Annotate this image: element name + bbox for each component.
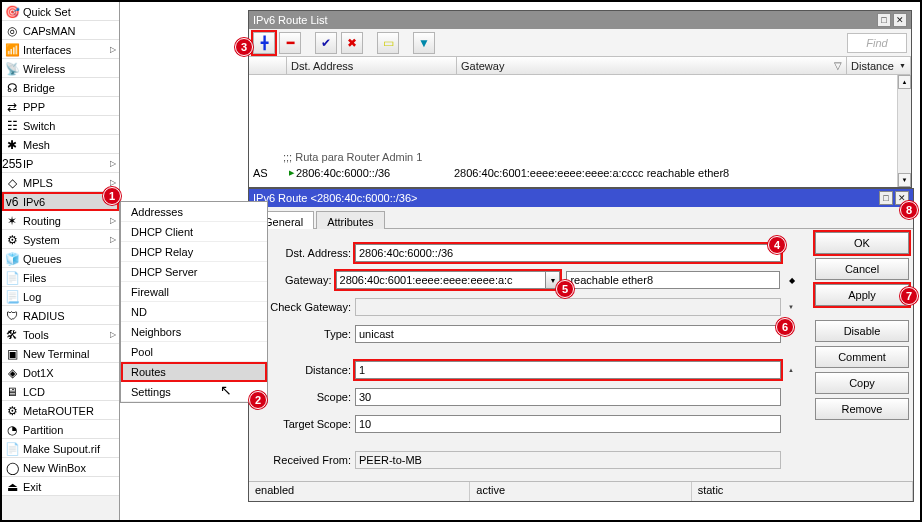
sidebar-item-label: MetaROUTER <box>23 405 94 417</box>
target-scope-input[interactable]: 10 <box>355 415 781 433</box>
type-input[interactable]: unicast <box>355 325 781 343</box>
col-flags[interactable] <box>249 57 287 74</box>
sidebar-item-switch[interactable]: ☷Switch <box>2 116 119 135</box>
disable-button[interactable]: Disable <box>815 320 909 342</box>
sidebar-item-partition[interactable]: ◔Partition <box>2 420 119 439</box>
route-detail-title: IPv6 Route <2806:40c:6000::/36> <box>253 192 418 204</box>
maximize-icon[interactable]: □ <box>877 13 891 27</box>
sidebar-item-ip[interactable]: 255IP▷ <box>2 154 119 173</box>
disable-button[interactable]: ✖ <box>341 32 363 54</box>
ipv6-icon: v6 <box>5 195 19 209</box>
dropdown-arrow-icon[interactable]: ▼ <box>785 303 797 311</box>
spin-up-icon[interactable]: ▲ <box>785 366 797 374</box>
maximize-icon[interactable]: □ <box>879 191 893 205</box>
copy-button[interactable]: Copy <box>815 372 909 394</box>
dot1x-icon: ◈ <box>5 366 19 380</box>
sidebar-item-label: Tools <box>23 329 49 341</box>
sidebar-item-label: RADIUS <box>23 310 65 322</box>
submenu-item-firewall[interactable]: Firewall <box>121 282 267 302</box>
distance-input[interactable]: 1 <box>355 361 781 379</box>
find-input[interactable]: Find <box>847 33 907 53</box>
scroll-down-icon[interactable]: ▼ <box>898 173 911 187</box>
submenu-item-nd[interactable]: ND <box>121 302 267 322</box>
tab-attributes[interactable]: Attributes <box>316 211 384 229</box>
sidebar-item-radius[interactable]: 🛡RADIUS <box>2 306 119 325</box>
gateway-add-icon[interactable]: ◆ <box>784 271 799 289</box>
route-detail-window: IPv6 Route <2806:40c:6000::/36> □ ✕ Gene… <box>248 188 914 502</box>
submenu-item-dhcp-server[interactable]: DHCP Server <box>121 262 267 282</box>
sidebar-item-make-supout-rif[interactable]: 📄Make Supout.rif <box>2 439 119 458</box>
sidebar-item-lcd[interactable]: 🖥LCD <box>2 382 119 401</box>
submenu-item-pool[interactable]: Pool <box>121 342 267 362</box>
switch-icon: ☷ <box>5 119 19 133</box>
scope-input[interactable]: 30 <box>355 388 781 406</box>
col-gateway[interactable]: Gateway▽ <box>457 57 847 74</box>
add-button[interactable]: ╋ <box>253 32 275 54</box>
scroll-up-icon[interactable]: ▲ <box>898 75 911 89</box>
callout-6: 6 <box>776 318 794 336</box>
sidebar-item-metarouter[interactable]: ⚙MetaROUTER <box>2 401 119 420</box>
comment-button[interactable]: Comment <box>815 346 909 368</box>
scrollbar[interactable]: ▲ ▼ <box>897 75 911 187</box>
new-winbox-icon: ◯ <box>5 461 19 475</box>
sidebar-item-capsman[interactable]: ◎CAPsMAN <box>2 21 119 40</box>
remove-button[interactable]: ━ <box>279 32 301 54</box>
route-list-body[interactable]: ;;; Ruta para Router Admin 1 AS ▶ 2806:4… <box>249 75 911 187</box>
sidebar-item-quick-set[interactable]: 🎯Quick Set <box>2 2 119 21</box>
apply-button[interactable]: Apply <box>815 284 909 306</box>
sidebar-item-new-winbox[interactable]: ◯New WinBox <box>2 458 119 477</box>
col-distance[interactable]: Distance▼ <box>847 57 911 74</box>
sidebar-item-bridge[interactable]: ☊Bridge <box>2 78 119 97</box>
submenu-item-dhcp-relay[interactable]: DHCP Relay <box>121 242 267 262</box>
route-list-titlebar[interactable]: IPv6 Route List □ ✕ <box>249 11 911 29</box>
sidebar-item-dot1x[interactable]: ◈Dot1X <box>2 363 119 382</box>
submenu-item-addresses[interactable]: Addresses <box>121 202 267 222</box>
sidebar-item-interfaces[interactable]: 📶Interfaces▷ <box>2 40 119 59</box>
sidebar-item-exit[interactable]: ⏏Exit <box>2 477 119 496</box>
filter-button[interactable]: ▼ <box>413 32 435 54</box>
gateway-input[interactable]: 2806:40c:6001:eeee:eeee:eeee:a:c ▼ <box>336 271 561 289</box>
sidebar-item-wireless[interactable]: 📡Wireless <box>2 59 119 78</box>
enable-button[interactable]: ✔ <box>315 32 337 54</box>
submenu-arrow-icon: ▷ <box>110 235 116 244</box>
sidebar-item-label: IP <box>23 158 33 170</box>
sidebar-item-mpls[interactable]: ◇MPLS▷ <box>2 173 119 192</box>
row-gateway: 2806:40c:6001:eeee:eeee:eeee:a:cccc reac… <box>454 167 901 179</box>
sidebar-item-label: IPv6 <box>23 196 45 208</box>
route-list-toolbar: ╋ ━ ✔ ✖ ▭ ▼ Find <box>249 29 911 57</box>
check-gateway-input[interactable] <box>355 298 781 316</box>
submenu-item-routes[interactable]: Routes <box>121 362 267 382</box>
dst-address-input[interactable]: 2806:40c:6000::/36 <box>355 244 781 262</box>
target-scope-label: Target Scope: <box>249 418 355 430</box>
sidebar-item-ipv6[interactable]: v6IPv6▷ <box>2 192 119 211</box>
sidebar-item-log[interactable]: 📃Log <box>2 287 119 306</box>
sidebar-item-ppp[interactable]: ⇄PPP <box>2 97 119 116</box>
sidebar-item-tools[interactable]: 🛠Tools▷ <box>2 325 119 344</box>
new-terminal-icon: ▣ <box>5 347 19 361</box>
comment-button[interactable]: ▭ <box>377 32 399 54</box>
sidebar-item-routing[interactable]: ✶Routing▷ <box>2 211 119 230</box>
submenu-item-neighbors[interactable]: Neighbors <box>121 322 267 342</box>
queues-icon: 🧊 <box>5 252 19 266</box>
partition-icon: ◔ <box>5 423 19 437</box>
submenu-item-dhcp-client[interactable]: DHCP Client <box>121 222 267 242</box>
sidebar-item-mesh[interactable]: ✱Mesh <box>2 135 119 154</box>
close-icon[interactable]: ✕ <box>893 13 907 27</box>
route-detail-titlebar[interactable]: IPv6 Route <2806:40c:6000::/36> □ ✕ <box>249 189 913 207</box>
detail-statusbar: enabled active static <box>249 481 913 501</box>
sidebar-item-files[interactable]: 📄Files <box>2 268 119 287</box>
submenu-arrow-icon: ▷ <box>110 178 116 187</box>
submenu-item-settings[interactable]: Settings <box>121 382 267 402</box>
sidebar-item-system[interactable]: ⚙System▷ <box>2 230 119 249</box>
sidebar-item-new-terminal[interactable]: ▣New Terminal <box>2 344 119 363</box>
sidebar-item-label: Quick Set <box>23 6 71 18</box>
ok-button[interactable]: OK <box>815 232 909 254</box>
remove-button[interactable]: Remove <box>815 398 909 420</box>
sidebar-item-label: Interfaces <box>23 44 71 56</box>
gateway-status: reachable ether8 <box>566 271 780 289</box>
table-row[interactable]: AS ▶ 2806:40c:6000::/36 2806:40c:6001:ee… <box>251 165 901 180</box>
sidebar-item-label: CAPsMAN <box>23 25 76 37</box>
col-dst[interactable]: Dst. Address <box>287 57 457 74</box>
cancel-button[interactable]: Cancel <box>815 258 909 280</box>
sidebar-item-queues[interactable]: 🧊Queues <box>2 249 119 268</box>
